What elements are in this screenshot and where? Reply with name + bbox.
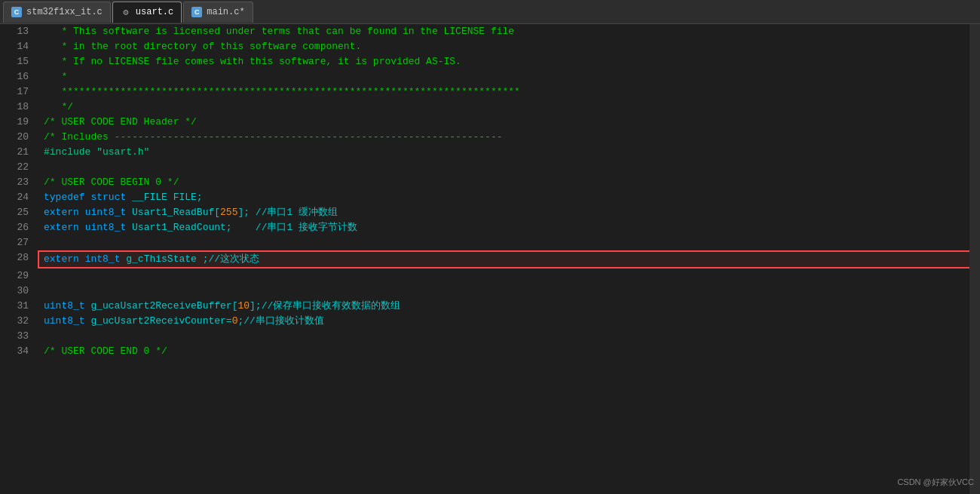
table-row: 26extern uint8_t Usart1_ReadCount; //串口1… [0, 220, 980, 235]
table-row: 33 [0, 329, 980, 344]
table-row: 16 * [0, 69, 980, 84]
table-row: 30 [0, 284, 980, 299]
line-content: extern int8_t g_cThisState ;//这次状态 [38, 250, 980, 268]
line-content: */ [38, 100, 980, 115]
line-content [38, 235, 980, 250]
tab-label: stm32f1xx_it.c [26, 7, 103, 17]
line-content: uint8_t g_ucaUsart2ReceiveBuffer[10];//保… [38, 299, 980, 314]
code-area: 13 * This software is licensed under ter… [0, 24, 980, 494]
file-c-icon: C [191, 7, 202, 17]
line-number: 30 [0, 284, 38, 299]
table-row: 19/* USER CODE END Header */ [0, 115, 980, 130]
tab-usart[interactable]: ⚙usart.c [112, 2, 182, 23]
line-content: extern uint8_t Usart1_ReadCount; //串口1 接… [38, 220, 980, 235]
tab-label: usart.c [136, 7, 173, 17]
line-number: 26 [0, 220, 38, 235]
line-number: 22 [0, 160, 38, 175]
line-number: 33 [0, 329, 38, 344]
line-content: * If no LICENSE file comes with this sof… [38, 54, 980, 69]
table-row: 22 [0, 160, 980, 175]
table-row: 20/* Includes --------------------------… [0, 130, 980, 145]
table-row: 23/* USER CODE BEGIN 0 */ [0, 175, 980, 190]
table-row: 31uint8_t g_ucaUsart2ReceiveBuffer[10];/… [0, 299, 980, 314]
line-content [38, 284, 980, 299]
line-number: 34 [0, 344, 38, 359]
line-number: 29 [0, 268, 38, 284]
line-content [38, 160, 980, 175]
table-row: 18 */ [0, 100, 980, 115]
tab-bar: Cstm32f1xx_it.c⚙usart.cCmain.c* [0, 0, 980, 24]
table-row: 15 * If no LICENSE file comes with this … [0, 54, 980, 69]
file-c-icon: C [11, 7, 22, 17]
line-number: 19 [0, 115, 38, 130]
table-row: 14 * in the root directory of this softw… [0, 39, 980, 54]
line-content: typedef struct __FILE FILE; [38, 190, 980, 205]
table-row: 32uint8_t g_ucUsart2ReceivCounter=0;//串口… [0, 314, 980, 329]
line-number: 14 [0, 39, 38, 54]
line-content: #include "usart.h" [38, 145, 980, 160]
table-row: 25extern uint8_t Usart1_ReadBuf[255]; //… [0, 205, 980, 220]
line-content: ****************************************… [38, 84, 980, 100]
watermark: CSDN @好家伙VCC [897, 477, 974, 488]
table-row: 28extern int8_t g_cThisState ;//这次状态 [0, 250, 980, 268]
line-number: 17 [0, 84, 38, 100]
line-content: * [38, 69, 980, 84]
tab-label: main.c* [207, 7, 244, 17]
line-number: 13 [0, 24, 38, 39]
line-content: /* USER CODE END Header */ [38, 115, 980, 130]
table-row: 17 *************************************… [0, 84, 980, 100]
line-number: 28 [0, 250, 38, 268]
line-content: * This software is licensed under terms … [38, 24, 980, 39]
line-content: /* USER CODE END 0 */ [38, 344, 980, 359]
line-content: uint8_t g_ucUsart2ReceivCounter=0;//串口接收… [38, 314, 980, 329]
line-number: 31 [0, 299, 38, 314]
table-row: 29 [0, 268, 980, 284]
line-number: 18 [0, 100, 38, 115]
line-number: 21 [0, 145, 38, 160]
tab-main[interactable]: Cmain.c* [183, 2, 253, 23]
line-number: 24 [0, 190, 38, 205]
line-number: 27 [0, 235, 38, 250]
line-number: 16 [0, 69, 38, 84]
line-number: 32 [0, 314, 38, 329]
line-content: extern uint8_t Usart1_ReadBuf[255]; //串口… [38, 205, 980, 220]
line-number: 25 [0, 205, 38, 220]
table-row: 21#include "usart.h" [0, 145, 980, 160]
line-number: 15 [0, 54, 38, 69]
table-row: 27 [0, 235, 980, 250]
line-content [38, 329, 980, 344]
line-number: 20 [0, 130, 38, 145]
line-content: /* USER CODE BEGIN 0 */ [38, 175, 980, 190]
scrollbar[interactable] [969, 24, 980, 494]
table-row: 24typedef struct __FILE FILE; [0, 190, 980, 205]
table-row: 13 * This software is licensed under ter… [0, 24, 980, 39]
line-content [38, 268, 980, 284]
line-number: 23 [0, 175, 38, 190]
table-row: 34/* USER CODE END 0 */ [0, 344, 980, 359]
line-content: /* Includes ----------------------------… [38, 130, 980, 145]
tab-stm32f1xx_it[interactable]: Cstm32f1xx_it.c [3, 2, 111, 23]
gear-icon: ⚙ [121, 7, 131, 17]
line-content: * in the root directory of this software… [38, 39, 980, 54]
